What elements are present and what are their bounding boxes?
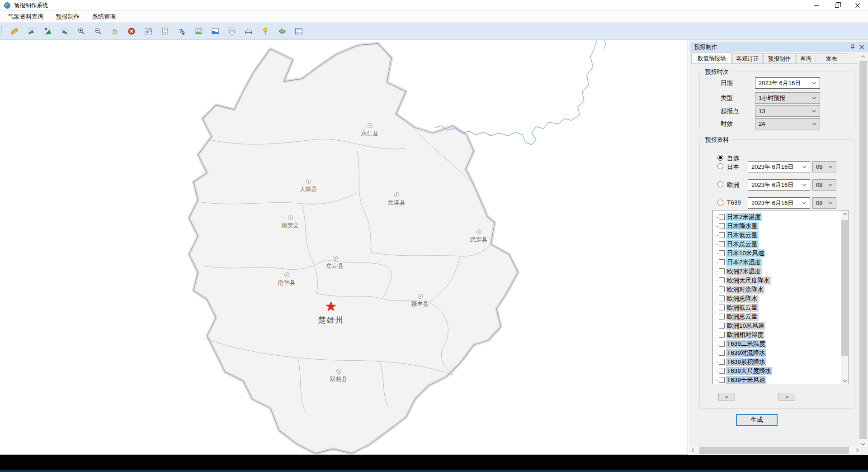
- list-item-4[interactable]: 日本10米风速: [713, 249, 840, 258]
- list-scroll-up-button[interactable]: [841, 210, 849, 218]
- restore-button[interactable]: [826, 0, 847, 11]
- combo-2[interactable]: 13: [755, 105, 820, 117]
- minimize-button[interactable]: [806, 0, 826, 11]
- checkbox[interactable]: [719, 268, 725, 274]
- toolbar-button-image[interactable]: [190, 25, 207, 38]
- checkbox[interactable]: [719, 332, 725, 338]
- panel-pin-button[interactable]: [848, 43, 857, 51]
- checkbox[interactable]: [719, 323, 725, 329]
- chevron-down-icon: [812, 95, 816, 99]
- checkbox[interactable]: [719, 232, 725, 238]
- list-item-8[interactable]: 欧洲对流降水: [713, 285, 840, 294]
- toolbar-button-help[interactable]: ?: [173, 25, 190, 38]
- panel-close-button[interactable]: [857, 43, 866, 51]
- list-item-10[interactable]: 欧洲低云量: [713, 303, 840, 312]
- checkbox[interactable]: [719, 350, 725, 356]
- list-item-9[interactable]: 欧洲总降水: [713, 294, 840, 303]
- list-item-16[interactable]: T639累积降水: [713, 358, 840, 367]
- checkbox[interactable]: [719, 314, 725, 319]
- toolbar-button-chart-window[interactable]: [140, 25, 156, 38]
- toolbar-button-zoom-out[interactable]: [90, 25, 106, 38]
- tab-4[interactable]: 发布: [816, 53, 847, 63]
- hour-combo-3[interactable]: 08: [812, 197, 836, 209]
- checkbox[interactable]: [719, 296, 725, 301]
- date-combo-2[interactable]: 2023年 6月16日: [748, 179, 810, 191]
- toolbar-button-zoom-previous[interactable]: [56, 25, 73, 38]
- list-scroll-thumb[interactable]: [841, 220, 848, 356]
- radio-1[interactable]: [717, 163, 723, 169]
- panel-close-icon: [859, 44, 864, 50]
- radio-label: 欧洲: [727, 181, 739, 189]
- menu-item-1[interactable]: 预报制作: [50, 11, 86, 23]
- toolbar-button-ruler[interactable]: [6, 25, 23, 38]
- toolbar-button-pan-hand[interactable]: [106, 25, 123, 38]
- close-button[interactable]: [847, 0, 868, 11]
- checkbox[interactable]: [719, 305, 725, 310]
- checkbox[interactable]: [719, 259, 725, 265]
- toolbar-button-stop[interactable]: [123, 25, 140, 38]
- hour-combo-2[interactable]: 08: [812, 179, 836, 191]
- list-item-13[interactable]: 欧洲相对湿度: [713, 330, 840, 339]
- next-button[interactable]: >: [778, 393, 795, 400]
- generate-button[interactable]: 生成: [736, 414, 778, 426]
- list-item-11[interactable]: 欧洲总云量: [713, 312, 840, 321]
- combo-0[interactable]: 2023年 6月16日: [755, 77, 820, 89]
- checkbox[interactable]: [719, 341, 725, 347]
- checkbox[interactable]: [719, 241, 725, 247]
- list-item-14[interactable]: T639二米温度: [713, 339, 840, 348]
- toolbar-button-measure-distance[interactable]: [240, 25, 257, 38]
- map-canvas[interactable]: 永仁县大姚县元谋县姚安县武定县牟定县南华县禄丰县双柏县楚雄州: [0, 40, 688, 455]
- checkbox[interactable]: [719, 214, 725, 220]
- tab-3[interactable]: 查询: [796, 53, 815, 63]
- toolbar-grip[interactable]: [1, 26, 3, 37]
- list-scroll-down-button[interactable]: [841, 377, 849, 384]
- radio-3[interactable]: [717, 200, 723, 205]
- list-item-6[interactable]: 欧洲2米温度: [713, 267, 840, 276]
- list-item-7[interactable]: 欧洲大尺度降水: [713, 276, 840, 285]
- toolbar-button-print[interactable]: [223, 25, 240, 38]
- panel-scroll-left-button[interactable]: [689, 446, 697, 454]
- radio-0[interactable]: [717, 155, 723, 161]
- tab-0[interactable]: 数值预报场: [691, 52, 732, 63]
- list-item-3[interactable]: 日本总云量: [713, 240, 840, 249]
- prev-button[interactable]: <: [718, 393, 735, 400]
- radio-label: 日本: [727, 163, 739, 171]
- list-item-17[interactable]: T639大尺度降水: [713, 367, 840, 376]
- date-combo-1[interactable]: 2023年 6月16日: [748, 161, 810, 172]
- menu-item-2[interactable]: 系统管理: [86, 11, 122, 23]
- radio-2[interactable]: [717, 181, 723, 187]
- toolbar-button-pin[interactable]: [257, 25, 274, 38]
- toolbar-button-back-arrow[interactable]: [274, 25, 290, 38]
- tab-1[interactable]: 客观订正: [732, 53, 763, 63]
- hour-combo-1[interactable]: 08: [812, 161, 836, 172]
- toolbar-button-image-overlay[interactable]: [207, 25, 223, 38]
- tab-2[interactable]: 预报制作: [763, 53, 796, 63]
- checkbox[interactable]: [719, 223, 725, 229]
- toolbar-button-page-refresh[interactable]: [156, 25, 173, 38]
- checkbox[interactable]: [719, 368, 725, 374]
- panel-scroll-up-button[interactable]: [859, 53, 867, 60]
- toolbar-button-zoom-in[interactable]: [73, 25, 90, 38]
- list-item-1[interactable]: 日本降水量: [713, 222, 840, 231]
- list-item-0[interactable]: 日本2米温度: [713, 213, 840, 222]
- checkbox[interactable]: [719, 277, 725, 283]
- panel-scroll-right-button[interactable]: [853, 446, 860, 454]
- toolbar-button-pan-arrow[interactable]: [39, 25, 56, 38]
- list-item-15[interactable]: T639对流降水: [713, 348, 840, 358]
- list-item-18[interactable]: T639十米风速: [713, 376, 840, 384]
- panel-vscroll-thumb[interactable]: [859, 61, 867, 439]
- toolbar-button-data-grid[interactable]: [290, 25, 307, 38]
- menu-item-0[interactable]: 气象资料查询: [2, 11, 50, 23]
- checkbox[interactable]: [719, 250, 725, 256]
- list-item-12[interactable]: 欧洲10米风速: [713, 321, 840, 330]
- combo-3[interactable]: 24: [755, 118, 820, 129]
- checkbox[interactable]: [719, 286, 725, 292]
- list-item-5[interactable]: 日本2米湿度: [713, 258, 840, 267]
- date-combo-3[interactable]: 2023年 6月16日: [748, 197, 810, 209]
- list-item-2[interactable]: 日本低云量: [713, 231, 840, 240]
- checkbox[interactable]: [719, 377, 725, 383]
- checkbox[interactable]: [719, 359, 725, 365]
- combo-1[interactable]: 1小时预报: [755, 92, 820, 104]
- toolbar-button-zoom-extent[interactable]: [23, 25, 39, 38]
- panel-hscroll-thumb[interactable]: [699, 447, 849, 454]
